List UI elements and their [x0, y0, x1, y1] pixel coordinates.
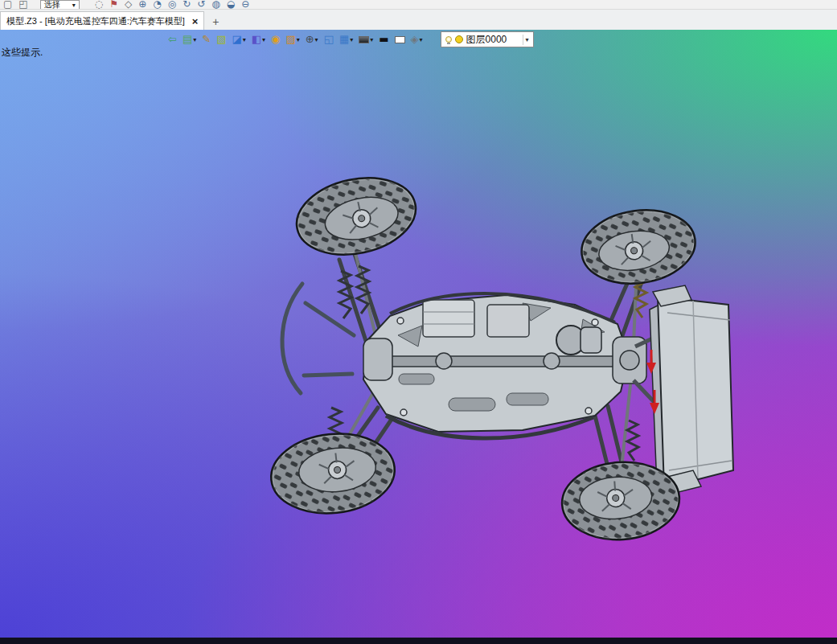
- render-style-icon[interactable]: ▨▾: [285, 32, 300, 47]
- pan-view-icon-glyph: ◎: [168, 0, 176, 10]
- hub-nut: [612, 494, 619, 502]
- document-tab-title: 模型.Z3 - [电动充电遥控车四通:汽车赛车模型]: [6, 15, 185, 27]
- flag-icon-glyph: ⚑: [109, 0, 118, 10]
- dropdown-caret-icon[interactable]: ▾: [420, 36, 423, 43]
- layer-combo[interactable]: 图层0000 ▾: [441, 31, 534, 47]
- flag-icon[interactable]: ⚑: [109, 0, 119, 10]
- viewport-prompt-text: 这些提示.: [2, 46, 43, 59]
- pick-filter-icon-glyph: ◌: [95, 0, 103, 10]
- appearance-brush-icon-glyph: ✎: [202, 33, 211, 46]
- hub-nut: [630, 247, 638, 254]
- dropdown-caret-icon[interactable]: ▾: [297, 36, 300, 43]
- datum-icon[interactable]: ◇: [124, 0, 133, 10]
- line-width-icon[interactable]: ▬: [378, 32, 389, 47]
- tire-front-right[interactable]: [267, 428, 398, 519]
- rear-wing[interactable]: [634, 285, 733, 494]
- grid-display-icon[interactable]: ▦▾: [338, 32, 354, 47]
- zoom-all-icon-glyph: ⊕: [138, 0, 146, 10]
- receiver-box[interactable]: [487, 305, 529, 337]
- material-box-icon-glyph: ▧: [216, 33, 226, 46]
- rotate-view-icon-glyph: ↻: [183, 0, 191, 10]
- exit-sketch-icon[interactable]: ⇦: [167, 32, 178, 47]
- new-file-icon[interactable]: ▢: [2, 0, 13, 10]
- quick-toolbar-icons-right: ◌⚑◇⊕◔◎↻↺◍◒⊖: [94, 0, 251, 10]
- shade-toggle-icon[interactable]: ◒: [226, 0, 236, 10]
- window-view-icon[interactable]: ◱: [323, 32, 334, 47]
- quick-toolbar-icons-left: ▢◰: [2, 0, 29, 10]
- orient-view-icon-glyph: ◍: [211, 0, 220, 10]
- center-driveshaft[interactable]: [383, 356, 617, 367]
- scene-preview-icon-swatch: [359, 36, 369, 43]
- view-cube-icon-glyph: ◪: [232, 33, 241, 46]
- snap-target-icon[interactable]: ⊕▾: [305, 32, 319, 47]
- display-mode-icon-glyph: ◧: [252, 33, 261, 46]
- front-gearbox[interactable]: [363, 338, 392, 380]
- zoom-window-icon[interactable]: ◔: [152, 0, 162, 10]
- dropdown-caret-icon[interactable]: ▾: [243, 36, 246, 43]
- new-file-icon-glyph: ▢: [3, 0, 12, 10]
- dropdown-caret-icon[interactable]: ▾: [350, 36, 353, 43]
- layer-color-swatch[interactable]: [455, 35, 463, 43]
- document-tab-active[interactable]: 模型.Z3 - [电动充电遥控车四通:汽车赛车模型] ×: [0, 11, 204, 30]
- layer-visibility-bulb-icon[interactable]: [445, 36, 452, 43]
- rc-car-3d-model[interactable]: [257, 174, 740, 552]
- dropdown-caret-icon[interactable]: ▾: [315, 36, 318, 43]
- color-wheel-icon[interactable]: ◉: [270, 32, 281, 47]
- cad-application-window: ▢◰ 选择 ▾ ◌⚑◇⊕◔◎↻↺◍◒⊖ 模型.Z3 - [电动充电遥控车四通:汽…: [0, 0, 837, 644]
- layer-combo-caret-icon[interactable]: ▾: [523, 35, 531, 45]
- render-style-icon-glyph: ▨: [285, 33, 295, 46]
- pan-view-icon[interactable]: ◎: [167, 0, 177, 10]
- datum-icon-glyph: ◇: [125, 0, 132, 10]
- spin-view-icon[interactable]: ↺: [196, 0, 206, 10]
- exit-sketch-icon-glyph: ⇦: [168, 33, 177, 46]
- dropdown-caret-icon[interactable]: ▾: [193, 36, 196, 43]
- tire-front-left[interactable]: [289, 174, 423, 265]
- new-tab-button[interactable]: +: [206, 13, 225, 30]
- graphics-viewport[interactable]: ⇦▤▾✎▧◪▾◧▾◉▨▾⊕▾◱▦▾▾▬◈▾ 图层0000 ▾ 这些提示.: [0, 30, 837, 638]
- tab-close-icon[interactable]: ×: [192, 16, 199, 27]
- scene-preview-icon[interactable]: ▾: [358, 32, 374, 47]
- display-mode-icon[interactable]: ◧▾: [251, 32, 266, 47]
- snap-target-icon-glyph: ⊕: [306, 33, 314, 46]
- selection-filter-combo[interactable]: 选择 ▾: [40, 0, 80, 10]
- center-diff[interactable]: [544, 353, 560, 369]
- rotate-view-icon[interactable]: ↻: [182, 0, 191, 10]
- shade-toggle-icon-glyph: ◒: [227, 0, 235, 10]
- view-toolbar-icons: ⇦▤▾✎▧◪▾◧▾◉▨▾⊕▾◱▦▾▾▬◈▾: [167, 32, 424, 47]
- zoom-window-icon-glyph: ◔: [153, 0, 161, 10]
- open-file-icon[interactable]: ◰: [18, 0, 28, 10]
- background-color-icon[interactable]: [394, 32, 406, 47]
- color-wheel-icon-glyph: ◉: [271, 33, 280, 46]
- selection-filter-value: 选择: [44, 0, 60, 10]
- axis-toggle-icon[interactable]: ⊖: [240, 0, 250, 10]
- battery-box[interactable]: [423, 300, 474, 337]
- manager-tree-icon-glyph: ▤: [183, 33, 192, 46]
- manager-tree-icon[interactable]: ▤▾: [182, 32, 197, 47]
- line-width-icon-glyph: ▬: [379, 33, 388, 46]
- orient-view-icon[interactable]: ◍: [211, 0, 220, 10]
- dropdown-caret-icon[interactable]: ▾: [262, 36, 265, 43]
- motor-mount: [581, 327, 601, 353]
- layer-combo-value: 图层0000: [466, 33, 507, 47]
- selection-filter-caret-icon[interactable]: ▾: [72, 2, 76, 9]
- tire-rear-left[interactable]: [576, 203, 700, 291]
- window-bottom-edge: [0, 638, 837, 644]
- background-color-icon-swatch: [395, 36, 405, 43]
- view-toolbar: ⇦▤▾✎▧◪▾◧▾◉▨▾⊕▾◱▦▾▾▬◈▾ 图层0000 ▾: [167, 31, 534, 47]
- rear-diff: [620, 351, 639, 370]
- axis-toggle-icon-glyph: ⊖: [241, 0, 249, 10]
- dropdown-caret-icon[interactable]: ▾: [370, 36, 373, 43]
- material-box-icon[interactable]: ▧: [215, 32, 227, 47]
- grid-display-icon-glyph: ▦: [339, 33, 349, 46]
- document-tab-bar: 模型.Z3 - [电动充电遥控车四通:汽车赛车模型] × +: [0, 10, 837, 30]
- pick-filter-icon[interactable]: ◌: [94, 0, 104, 10]
- view-cube-icon[interactable]: ◪▾: [231, 32, 246, 47]
- section-view-icon[interactable]: ◈▾: [410, 32, 424, 47]
- appearance-brush-icon[interactable]: ✎: [201, 32, 211, 47]
- spin-view-icon-glyph: ↺: [197, 0, 205, 10]
- hub-nut: [334, 466, 341, 474]
- chassis[interactable]: [363, 293, 646, 438]
- front-diff[interactable]: [436, 353, 452, 369]
- zoom-all-icon[interactable]: ⊕: [137, 0, 147, 10]
- window-view-icon-glyph: ◱: [324, 33, 334, 46]
